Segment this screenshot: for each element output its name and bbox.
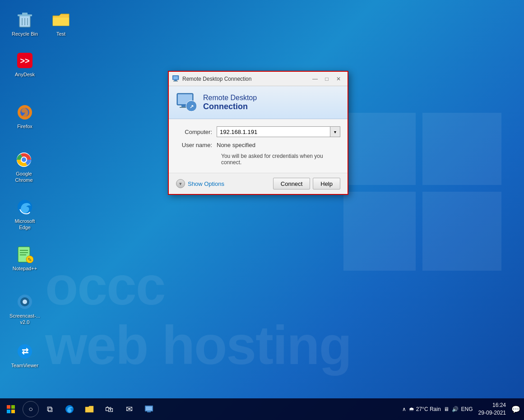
anydesk-label: AnyDesk xyxy=(15,71,35,78)
taskbar: ○ ⧉ 🛍 ✉ ∧ 🌧 27°C Rain 🖥 🔊 ENG 16:24 29-0… xyxy=(0,398,524,420)
test-label: Test xyxy=(56,31,65,37)
clock-time: 16:24 xyxy=(478,402,506,409)
desktop-icon-screencast[interactable]: Screencast-... v2.0 xyxy=(7,291,43,328)
show-options-icon: ▾ xyxy=(176,179,185,188)
rdp-header: ↗ Remote Desktop Connection xyxy=(169,86,348,119)
svg-rect-39 xyxy=(7,405,10,409)
recycle-bin-icon xyxy=(16,11,34,29)
rdp-titlebar-text: Remote Desktop Connection xyxy=(182,76,310,82)
weather-text: 27°C Rain xyxy=(416,406,441,412)
taskbar-store-button[interactable]: 🛍 xyxy=(99,399,119,419)
username-label: User name: xyxy=(176,142,217,148)
rdp-titlebar: Remote Desktop Connection — □ ✕ xyxy=(169,72,348,86)
taskbar-mail-button[interactable]: ✉ xyxy=(119,399,139,419)
microsoft-edge-icon xyxy=(16,198,34,216)
show-options-label: Show Options xyxy=(188,180,224,187)
computer-field-row: Computer: ▾ xyxy=(176,126,340,137)
firefox-icon xyxy=(16,103,34,121)
svg-text:>>: >> xyxy=(20,56,29,65)
username-value: None specified xyxy=(217,142,255,148)
rdp-minimize-button[interactable]: — xyxy=(310,74,320,84)
desktop-icon-test[interactable]: Test xyxy=(43,9,79,39)
taskbar-rdp-button[interactable] xyxy=(139,399,159,419)
notification-button[interactable]: 💬 xyxy=(511,405,520,414)
rdp-footer: ▾ Show Options Connect Help xyxy=(169,173,348,194)
weather-icon: 🌧 xyxy=(409,406,414,412)
desktop-icon-google-chrome[interactable]: Google Chrome xyxy=(6,149,42,185)
chevron-up-icon[interactable]: ∧ xyxy=(402,406,406,412)
teamviewer-icon: ⇄ xyxy=(16,342,34,360)
rdp-maximize-button[interactable]: □ xyxy=(321,74,332,84)
recycle-bin-label: Recycle Bin xyxy=(12,31,38,37)
task-view-button[interactable]: ⧉ xyxy=(40,399,60,419)
taskbar-right-area: ∧ 🌧 27°C Rain 🖥 🔊 ENG 16:24 29-09-2021 💬 xyxy=(402,401,524,418)
computer-input-wrap: ▾ xyxy=(217,126,340,137)
screencast-icon xyxy=(16,293,34,311)
svg-text:↗: ↗ xyxy=(190,104,194,109)
rdp-header-title: Remote Desktop Connection xyxy=(203,93,257,112)
desktop-icon-notepad-plus[interactable]: ✎ Notepad++ xyxy=(7,244,43,273)
svg-text:✎: ✎ xyxy=(28,257,32,263)
svg-point-16 xyxy=(22,157,26,162)
desktop-icon-recycle-bin[interactable]: Recycle Bin xyxy=(7,9,43,39)
computer-label: Computer: xyxy=(176,129,217,135)
svg-rect-46 xyxy=(147,411,151,412)
teamviewer-label: TeamViewer xyxy=(11,362,38,369)
search-button[interactable]: ○ xyxy=(23,401,39,417)
google-chrome-label: Google Chrome xyxy=(8,171,40,184)
show-options-button[interactable]: ▾ Show Options xyxy=(176,179,270,188)
taskbar-explorer-button[interactable] xyxy=(79,399,99,419)
rdp-header-icon: ↗ xyxy=(176,92,198,113)
firefox-label: Firefox xyxy=(17,123,32,129)
microsoft-edge-label: Microsoft Edge xyxy=(9,218,41,231)
username-field-row: User name: None specified xyxy=(176,142,340,148)
svg-text:⇄: ⇄ xyxy=(22,347,28,356)
network-icon: 🖥 xyxy=(444,406,449,412)
svg-rect-45 xyxy=(146,406,152,411)
rdp-titlebar-icon xyxy=(172,75,180,83)
desktop: Recycle Bin Test >> AnyDesk Firefox xyxy=(0,0,524,398)
connect-button[interactable]: Connect xyxy=(273,178,310,189)
svg-point-26 xyxy=(23,300,27,304)
screencast-label: Screencast-... v2.0 xyxy=(9,313,41,326)
taskbar-clock[interactable]: 16:24 29-09-2021 xyxy=(476,401,509,418)
clock-date: 29-09-2021 xyxy=(478,409,506,417)
svg-rect-30 xyxy=(173,76,178,79)
computer-input[interactable] xyxy=(217,126,330,137)
rdp-close-button[interactable]: ✕ xyxy=(333,74,344,84)
svg-rect-42 xyxy=(11,410,15,413)
desktop-icon-firefox[interactable]: Firefox xyxy=(7,102,43,131)
svg-rect-41 xyxy=(7,410,10,413)
rdp-info-text: You will be asked for credentials when y… xyxy=(221,153,340,166)
rdp-dialog: Remote Desktop Connection — □ ✕ ↗ Remote… xyxy=(168,71,348,195)
google-chrome-icon xyxy=(15,151,33,169)
start-button[interactable] xyxy=(0,398,22,420)
rdp-window-controls: — □ ✕ xyxy=(310,74,344,84)
notepad-plus-label: Notepad++ xyxy=(13,265,37,272)
anydesk-icon: >> xyxy=(16,51,34,69)
notepad-plus-icon: ✎ xyxy=(16,245,34,263)
desktop-icon-microsoft-edge[interactable]: Microsoft Edge xyxy=(7,196,43,233)
computer-dropdown-button[interactable]: ▾ xyxy=(330,126,340,137)
taskbar-system-tray: ∧ xyxy=(402,406,406,412)
rdp-body: Computer: ▾ User name: None specified Yo… xyxy=(169,119,348,173)
taskbar-weather: 🌧 27°C Rain xyxy=(409,406,441,412)
desktop-icon-teamviewer[interactable]: ⇄ TeamViewer xyxy=(7,341,43,370)
svg-rect-40 xyxy=(11,405,15,409)
svg-rect-6 xyxy=(22,13,28,15)
language-indicator: ENG xyxy=(461,406,473,412)
test-folder-icon xyxy=(52,11,70,29)
svg-rect-32 xyxy=(173,81,178,82)
volume-icon: 🔊 xyxy=(452,406,459,412)
help-button[interactable]: Help xyxy=(313,178,340,189)
svg-rect-31 xyxy=(174,80,177,81)
desktop-icon-anydesk[interactable]: >> AnyDesk xyxy=(7,50,43,79)
taskbar-edge-button[interactable] xyxy=(60,399,79,419)
